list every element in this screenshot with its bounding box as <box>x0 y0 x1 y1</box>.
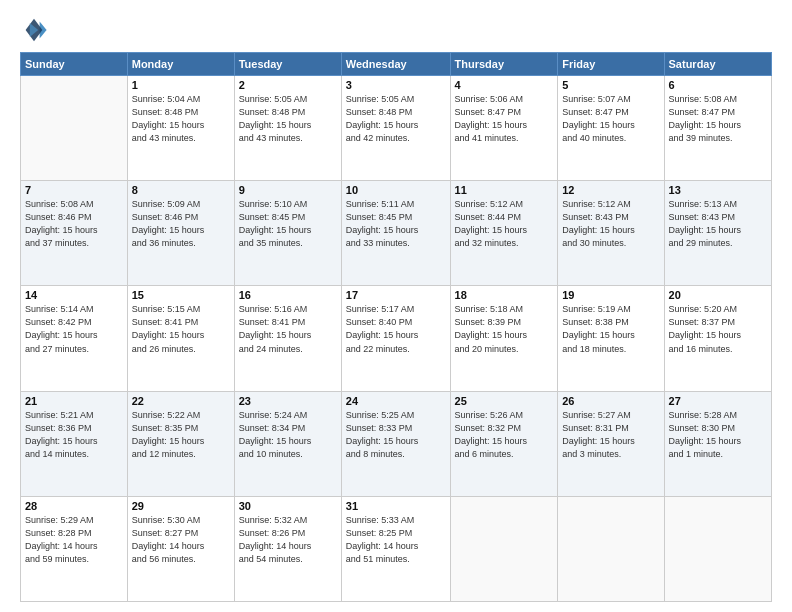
day-info: Sunrise: 5:09 AM Sunset: 8:46 PM Dayligh… <box>132 198 230 250</box>
day-number: 31 <box>346 500 446 512</box>
logo <box>20 16 52 44</box>
day-info: Sunrise: 5:22 AM Sunset: 8:35 PM Dayligh… <box>132 409 230 461</box>
day-info: Sunrise: 5:06 AM Sunset: 8:47 PM Dayligh… <box>455 93 554 145</box>
calendar-cell: 17Sunrise: 5:17 AM Sunset: 8:40 PM Dayli… <box>341 286 450 391</box>
calendar-cell: 26Sunrise: 5:27 AM Sunset: 8:31 PM Dayli… <box>558 391 664 496</box>
day-number: 6 <box>669 79 767 91</box>
day-info: Sunrise: 5:19 AM Sunset: 8:38 PM Dayligh… <box>562 303 659 355</box>
day-number: 25 <box>455 395 554 407</box>
calendar-cell: 19Sunrise: 5:19 AM Sunset: 8:38 PM Dayli… <box>558 286 664 391</box>
day-number: 26 <box>562 395 659 407</box>
day-info: Sunrise: 5:16 AM Sunset: 8:41 PM Dayligh… <box>239 303 337 355</box>
weekday-header-sunday: Sunday <box>21 53 128 76</box>
day-number: 23 <box>239 395 337 407</box>
day-number: 17 <box>346 289 446 301</box>
weekday-header-tuesday: Tuesday <box>234 53 341 76</box>
day-info: Sunrise: 5:05 AM Sunset: 8:48 PM Dayligh… <box>346 93 446 145</box>
calendar-cell: 7Sunrise: 5:08 AM Sunset: 8:46 PM Daylig… <box>21 181 128 286</box>
day-info: Sunrise: 5:18 AM Sunset: 8:39 PM Dayligh… <box>455 303 554 355</box>
day-info: Sunrise: 5:12 AM Sunset: 8:44 PM Dayligh… <box>455 198 554 250</box>
day-info: Sunrise: 5:08 AM Sunset: 8:46 PM Dayligh… <box>25 198 123 250</box>
day-number: 10 <box>346 184 446 196</box>
calendar-cell: 9Sunrise: 5:10 AM Sunset: 8:45 PM Daylig… <box>234 181 341 286</box>
day-number: 21 <box>25 395 123 407</box>
weekday-header-monday: Monday <box>127 53 234 76</box>
day-info: Sunrise: 5:21 AM Sunset: 8:36 PM Dayligh… <box>25 409 123 461</box>
day-info: Sunrise: 5:33 AM Sunset: 8:25 PM Dayligh… <box>346 514 446 566</box>
day-number: 14 <box>25 289 123 301</box>
calendar-cell: 29Sunrise: 5:30 AM Sunset: 8:27 PM Dayli… <box>127 496 234 601</box>
calendar-cell: 31Sunrise: 5:33 AM Sunset: 8:25 PM Dayli… <box>341 496 450 601</box>
calendar-cell: 2Sunrise: 5:05 AM Sunset: 8:48 PM Daylig… <box>234 76 341 181</box>
calendar-table: SundayMondayTuesdayWednesdayThursdayFrid… <box>20 52 772 602</box>
day-number: 30 <box>239 500 337 512</box>
calendar-cell <box>21 76 128 181</box>
day-info: Sunrise: 5:07 AM Sunset: 8:47 PM Dayligh… <box>562 93 659 145</box>
weekday-header-saturday: Saturday <box>664 53 771 76</box>
calendar-cell: 28Sunrise: 5:29 AM Sunset: 8:28 PM Dayli… <box>21 496 128 601</box>
day-info: Sunrise: 5:04 AM Sunset: 8:48 PM Dayligh… <box>132 93 230 145</box>
calendar-cell: 21Sunrise: 5:21 AM Sunset: 8:36 PM Dayli… <box>21 391 128 496</box>
calendar-cell: 25Sunrise: 5:26 AM Sunset: 8:32 PM Dayli… <box>450 391 558 496</box>
day-info: Sunrise: 5:15 AM Sunset: 8:41 PM Dayligh… <box>132 303 230 355</box>
day-number: 1 <box>132 79 230 91</box>
day-number: 28 <box>25 500 123 512</box>
day-number: 7 <box>25 184 123 196</box>
day-info: Sunrise: 5:28 AM Sunset: 8:30 PM Dayligh… <box>669 409 767 461</box>
day-number: 22 <box>132 395 230 407</box>
day-number: 2 <box>239 79 337 91</box>
calendar-cell: 27Sunrise: 5:28 AM Sunset: 8:30 PM Dayli… <box>664 391 771 496</box>
day-info: Sunrise: 5:24 AM Sunset: 8:34 PM Dayligh… <box>239 409 337 461</box>
day-number: 3 <box>346 79 446 91</box>
calendar-cell <box>450 496 558 601</box>
calendar-week-row: 1Sunrise: 5:04 AM Sunset: 8:48 PM Daylig… <box>21 76 772 181</box>
calendar-cell: 30Sunrise: 5:32 AM Sunset: 8:26 PM Dayli… <box>234 496 341 601</box>
day-info: Sunrise: 5:30 AM Sunset: 8:27 PM Dayligh… <box>132 514 230 566</box>
logo-icon <box>20 16 48 44</box>
calendar-cell: 14Sunrise: 5:14 AM Sunset: 8:42 PM Dayli… <box>21 286 128 391</box>
calendar-cell: 24Sunrise: 5:25 AM Sunset: 8:33 PM Dayli… <box>341 391 450 496</box>
day-info: Sunrise: 5:05 AM Sunset: 8:48 PM Dayligh… <box>239 93 337 145</box>
day-info: Sunrise: 5:13 AM Sunset: 8:43 PM Dayligh… <box>669 198 767 250</box>
calendar-cell: 12Sunrise: 5:12 AM Sunset: 8:43 PM Dayli… <box>558 181 664 286</box>
calendar-week-row: 14Sunrise: 5:14 AM Sunset: 8:42 PM Dayli… <box>21 286 772 391</box>
day-info: Sunrise: 5:17 AM Sunset: 8:40 PM Dayligh… <box>346 303 446 355</box>
day-number: 16 <box>239 289 337 301</box>
weekday-header-row: SundayMondayTuesdayWednesdayThursdayFrid… <box>21 53 772 76</box>
calendar-cell: 1Sunrise: 5:04 AM Sunset: 8:48 PM Daylig… <box>127 76 234 181</box>
calendar-week-row: 21Sunrise: 5:21 AM Sunset: 8:36 PM Dayli… <box>21 391 772 496</box>
page: SundayMondayTuesdayWednesdayThursdayFrid… <box>0 0 792 612</box>
calendar-cell: 11Sunrise: 5:12 AM Sunset: 8:44 PM Dayli… <box>450 181 558 286</box>
calendar-cell: 6Sunrise: 5:08 AM Sunset: 8:47 PM Daylig… <box>664 76 771 181</box>
calendar-cell: 18Sunrise: 5:18 AM Sunset: 8:39 PM Dayli… <box>450 286 558 391</box>
day-info: Sunrise: 5:20 AM Sunset: 8:37 PM Dayligh… <box>669 303 767 355</box>
day-number: 15 <box>132 289 230 301</box>
day-info: Sunrise: 5:32 AM Sunset: 8:26 PM Dayligh… <box>239 514 337 566</box>
calendar-cell: 23Sunrise: 5:24 AM Sunset: 8:34 PM Dayli… <box>234 391 341 496</box>
day-number: 8 <box>132 184 230 196</box>
calendar-cell: 13Sunrise: 5:13 AM Sunset: 8:43 PM Dayli… <box>664 181 771 286</box>
day-info: Sunrise: 5:27 AM Sunset: 8:31 PM Dayligh… <box>562 409 659 461</box>
day-number: 20 <box>669 289 767 301</box>
calendar-cell: 15Sunrise: 5:15 AM Sunset: 8:41 PM Dayli… <box>127 286 234 391</box>
calendar-cell: 22Sunrise: 5:22 AM Sunset: 8:35 PM Dayli… <box>127 391 234 496</box>
header <box>20 16 772 44</box>
calendar-week-row: 7Sunrise: 5:08 AM Sunset: 8:46 PM Daylig… <box>21 181 772 286</box>
day-number: 29 <box>132 500 230 512</box>
day-number: 27 <box>669 395 767 407</box>
calendar-cell: 8Sunrise: 5:09 AM Sunset: 8:46 PM Daylig… <box>127 181 234 286</box>
day-number: 5 <box>562 79 659 91</box>
day-number: 9 <box>239 184 337 196</box>
calendar-cell: 10Sunrise: 5:11 AM Sunset: 8:45 PM Dayli… <box>341 181 450 286</box>
day-number: 11 <box>455 184 554 196</box>
calendar-cell <box>664 496 771 601</box>
day-number: 12 <box>562 184 659 196</box>
day-number: 18 <box>455 289 554 301</box>
day-info: Sunrise: 5:14 AM Sunset: 8:42 PM Dayligh… <box>25 303 123 355</box>
day-number: 19 <box>562 289 659 301</box>
day-info: Sunrise: 5:11 AM Sunset: 8:45 PM Dayligh… <box>346 198 446 250</box>
calendar-cell: 16Sunrise: 5:16 AM Sunset: 8:41 PM Dayli… <box>234 286 341 391</box>
weekday-header-wednesday: Wednesday <box>341 53 450 76</box>
weekday-header-thursday: Thursday <box>450 53 558 76</box>
calendar-cell: 4Sunrise: 5:06 AM Sunset: 8:47 PM Daylig… <box>450 76 558 181</box>
